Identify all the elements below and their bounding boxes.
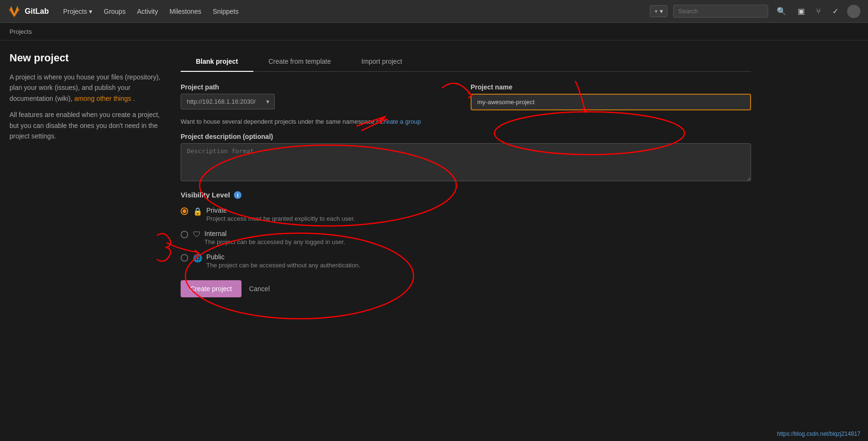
description-text-2: All features are enabled when you create… [10, 109, 162, 141]
cancel-button[interactable]: Cancel [249, 285, 270, 293]
internal-radio-button[interactable] [181, 231, 188, 238]
nav-menu: Projects ▾ Groups Activity Milestones Sn… [58, 5, 641, 18]
search-icon[interactable]: 🔍 [774, 5, 789, 18]
todo-icon[interactable]: ✓ [829, 5, 841, 18]
public-label: Public [206, 253, 360, 261]
visibility-private-option[interactable]: 🔒 Private Project access must be granted… [181, 206, 751, 222]
tab-create-from-template[interactable]: Create from template [253, 52, 347, 72]
create-group-link[interactable]: Create a group [380, 118, 421, 125]
plus-dropdown-icon: ▾ [660, 8, 663, 15]
brand-logo[interactable]: GitLab [8, 5, 49, 18]
internal-desc: The project can be accessed by any logge… [204, 238, 345, 245]
navbar-right: + ▾ 🔍 ▣ ⑂ ✓ [650, 5, 860, 18]
breadcrumb: Projects [0, 23, 868, 40]
description-text-1: A project is where you house your files … [10, 72, 162, 104]
project-tabs: Blank project Create from template Impor… [181, 52, 751, 72]
page-title: New project [10, 52, 162, 64]
among-other-things-link[interactable]: among other things [74, 95, 131, 102]
nav-projects[interactable]: Projects ▾ [58, 5, 97, 18]
breadcrumb-text: Projects [10, 28, 32, 35]
private-label: Private [206, 206, 355, 214]
path-prefix-display: http://192.168.1.16:2030/ [181, 94, 261, 109]
nav-milestones[interactable]: Milestones [165, 5, 206, 18]
visibility-info-icon[interactable]: i [234, 191, 241, 199]
public-globe-icon: 🌐 [193, 254, 203, 263]
nav-activity[interactable]: Activity [132, 5, 163, 18]
project-name-label: Project name [471, 83, 751, 91]
right-panel: Blank project Create from template Impor… [181, 52, 751, 297]
navbar: GitLab Projects ▾ Groups Activity Milest… [0, 0, 868, 23]
new-item-button[interactable]: + ▾ [650, 5, 667, 17]
project-path-group: Project path http://192.168.1.16:2030/ ▾ [181, 83, 461, 109]
visibility-title: Visibility Level i [181, 191, 751, 199]
public-radio-button[interactable] [181, 254, 188, 262]
projects-dropdown-icon: ▾ [89, 8, 92, 15]
gitlab-icon [8, 5, 21, 18]
visibility-public-option[interactable]: 🌐 Public The project can be accessed wit… [181, 253, 751, 269]
tab-import-project[interactable]: Import project [346, 52, 417, 72]
brand-name: GitLab [25, 7, 49, 16]
visibility-internal-option[interactable]: 🛡 Internal The project can be accessed b… [181, 230, 751, 245]
internal-shield-icon: 🛡 [193, 230, 201, 239]
private-radio-button[interactable] [181, 207, 188, 215]
path-name-row: Project path http://192.168.1.16:2030/ ▾… [181, 83, 751, 110]
search-input[interactable] [673, 5, 768, 18]
path-dropdown-button[interactable]: ▾ [261, 94, 275, 109]
tab-blank-project[interactable]: Blank project [181, 52, 253, 72]
project-description-group: Project description (optional) [181, 133, 751, 181]
path-input-row: http://192.168.1.16:2030/ ▾ [181, 94, 461, 109]
internal-label: Internal [204, 230, 345, 237]
namespace-hint: Want to house several dependent projects… [181, 118, 751, 125]
public-desc: The project can be accessed without any … [206, 262, 360, 269]
footer-link[interactable]: https://blog.csdn.net/blqzj214817 [777, 431, 860, 437]
user-avatar[interactable] [847, 5, 860, 18]
new-project-form: Project path http://192.168.1.16:2030/ ▾… [181, 83, 751, 297]
nav-groups[interactable]: Groups [99, 5, 130, 18]
private-desc: Project access must be granted explicitl… [206, 215, 355, 222]
create-project-button[interactable]: Create project [181, 280, 241, 297]
layout-icon[interactable]: ▣ [795, 5, 808, 18]
private-lock-icon: 🔒 [193, 207, 203, 216]
project-name-group: Project name [471, 83, 751, 110]
visibility-section: Visibility Level i 🔒 Private Project acc… [181, 191, 751, 269]
left-panel: New project A project is where you house… [10, 52, 162, 297]
description-label: Project description (optional) [181, 133, 751, 140]
merge-request-icon[interactable]: ⑂ [813, 5, 824, 18]
project-description-input[interactable] [181, 143, 751, 181]
main-content: New project A project is where you house… [0, 40, 761, 309]
form-actions: Create project Cancel [181, 280, 751, 297]
project-name-input[interactable] [471, 94, 751, 110]
nav-snippets[interactable]: Snippets [208, 5, 243, 18]
project-path-label: Project path [181, 83, 461, 91]
